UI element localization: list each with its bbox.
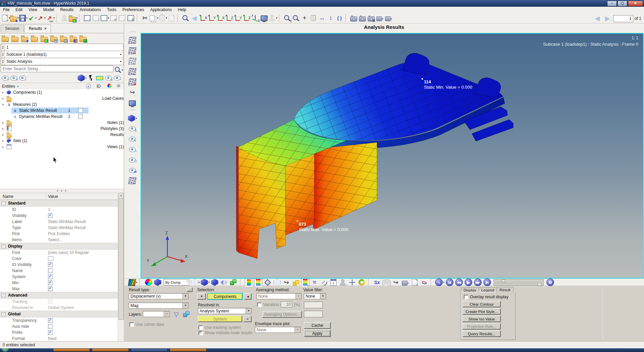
components-button[interactable]: Components [207,293,243,300]
system-end-button[interactable]: « [244,316,252,322]
open-recent-button[interactable]: ▾ [69,14,77,23]
snapshot-button[interactable] [349,14,358,23]
contour-panel-button[interactable]: □ [128,36,137,45]
panel-tab[interactable]: Session [1,25,24,32]
slider-handle[interactable] [502,279,505,282]
selection-type-button[interactable]: ▼ [197,293,206,300]
view-zy-button[interactable]: YZ [233,14,242,23]
show-reverse-button[interactable]: ↕ [18,74,27,82]
midside-checkbox[interactable]: Show midside node results [199,331,253,335]
tree-expander[interactable]: ▸ [2,127,5,130]
property-row[interactable]: Resolved in Global System [0,305,118,311]
apply-button[interactable]: Apply [304,330,331,337]
sets-folder-button[interactable] [78,34,87,43]
property-row[interactable]: − Global [0,311,118,317]
import-results-button[interactable]: ↓ [30,34,39,43]
iso-plot-button[interactable] [254,278,263,287]
property-row[interactable]: − Standard [0,200,118,207]
mirror-planes-button[interactable] [220,278,228,287]
import-model-button[interactable]: ↙▾ [28,14,37,23]
menu-item[interactable]: File [0,7,12,12]
menu-item[interactable]: Model [40,7,57,12]
subcase-selector[interactable]: ▲▼ Subcase 1 (loadstep1) ▼ [1,51,123,58]
capture-video-button[interactable] [401,278,410,287]
maximize-button[interactable]: ▢ [618,1,627,6]
snapshot-area-button[interactable]: ▫ [358,14,367,23]
tree-item[interactable]: ▸ Views (1) [0,144,124,150]
tree-item[interactable]: Static MinMax Result 1 [0,107,124,114]
filter-icon[interactable]: ▽ [172,310,181,319]
taskbar-button[interactable] [131,348,168,352]
menu-item[interactable]: Edit [12,7,25,12]
new-session-button[interactable]: +▾ [1,14,10,23]
tree-item[interactable]: ▸ Sets (1) [0,138,124,144]
contour-button[interactable]: ▾ [128,278,137,287]
view-zx-button[interactable]: ZX [225,14,233,23]
morph-button[interactable] [357,278,366,287]
deformed-panel-button[interactable]: ↘ [128,46,137,55]
monitor-panel-button[interactable] [128,98,137,107]
mesh-panel-button[interactable] [128,176,137,185]
tree-item[interactable]: ▸ Plotstyles (3) [0,126,124,132]
rotate-vertical-button[interactable]: ↕ [326,14,335,23]
property-row[interactable]: Name [0,268,118,274]
property-row[interactable]: ID 1 [0,207,118,213]
next-frame-button[interactable]: ▶▶ [473,278,482,287]
section-collapse-icon[interactable]: − [2,312,5,316]
view-yz-button[interactable]: ZY [242,14,251,23]
property-checkbox[interactable] [48,299,53,304]
use-corner-checkbox[interactable]: Use corner data [129,322,164,327]
section-collapse-icon[interactable]: − [2,294,5,297]
show-all-button[interactable]: ≡ [1,74,9,82]
chevron-down-icon[interactable]: ▼ [118,53,123,56]
menu-item[interactable]: Applications [147,7,175,12]
more-results-button[interactable]: ... [186,288,193,292]
panel-tab[interactable]: Results× [24,25,51,33]
property-row[interactable]: Label Static MinMax Result [0,219,118,225]
result-type-select[interactable]: Displacement (v)▼ [129,293,189,299]
copy-button[interactable]: ▾ [149,14,158,23]
radiation-button[interactable] [320,278,328,287]
property-row[interactable]: System [0,274,118,280]
property-checkbox[interactable] [48,318,53,323]
slider-handle2[interactable] [538,283,541,286]
component-display-button[interactable]: ▾ [128,114,137,123]
property-row[interactable]: Items Select... [0,237,118,243]
pan-button[interactable]: + [300,14,309,23]
open-session-button[interactable]: ◆▾ [10,14,19,23]
style-column-icon[interactable] [116,83,121,89]
section-collapse-icon[interactable]: − [2,245,5,248]
zoom-box-button[interactable]: ▫ [291,14,300,23]
id-column-header[interactable]: ID [95,84,102,89]
wireframe-mode-button[interactable] [128,57,137,65]
first-frame-button[interactable]: |◀ [445,278,454,287]
grab-button[interactable] [309,14,318,23]
value-filter-select[interactable]: None▼ [304,293,326,299]
animation-slider[interactable] [493,279,544,286]
property-row[interactable]: Format fixed [0,336,118,342]
property-checkbox[interactable] [48,274,53,279]
menu-item[interactable]: Results [57,7,77,12]
result-action-button[interactable]: Clear Contour [463,301,501,307]
tree-item[interactable]: ▸ Components (1) [0,89,124,95]
query-folder-button[interactable] [49,34,58,43]
pointer-mode-button[interactable] [87,74,95,82]
derived-results-button[interactable]: √x [301,278,310,287]
envelope-select[interactable]: None˅ [255,327,301,333]
animation-settings-button[interactable]: ⚙ [546,278,554,287]
analysis-selector[interactable]: ▲▼ Static Analysis ▼ [1,58,123,65]
property-row[interactable]: − Display [0,243,118,250]
color-by-select[interactable]: By Comp [164,279,189,285]
property-checkbox[interactable] [48,287,53,291]
spinner-icon[interactable]: ▲▼ [1,58,5,65]
wireframe-style-button[interactable]: ▾ [191,278,200,287]
previous-frame-button[interactable]: ◀◀ [454,278,463,287]
show-tri-button[interactable]: ∴ [128,145,137,154]
tree-expander[interactable]: ▸ [2,139,5,142]
tree-expander[interactable]: ▸ [2,133,5,136]
measures-button[interactable]: Sx [373,278,381,287]
graphics-viewport[interactable]: ZYX 1: 1 Subcase 1 (loadstep1) : Static … [141,33,644,278]
property-row[interactable]: Prefix [0,329,118,336]
section-cut-button[interactable] [263,278,272,287]
entity-type-button[interactable]: ▾ [77,74,87,82]
